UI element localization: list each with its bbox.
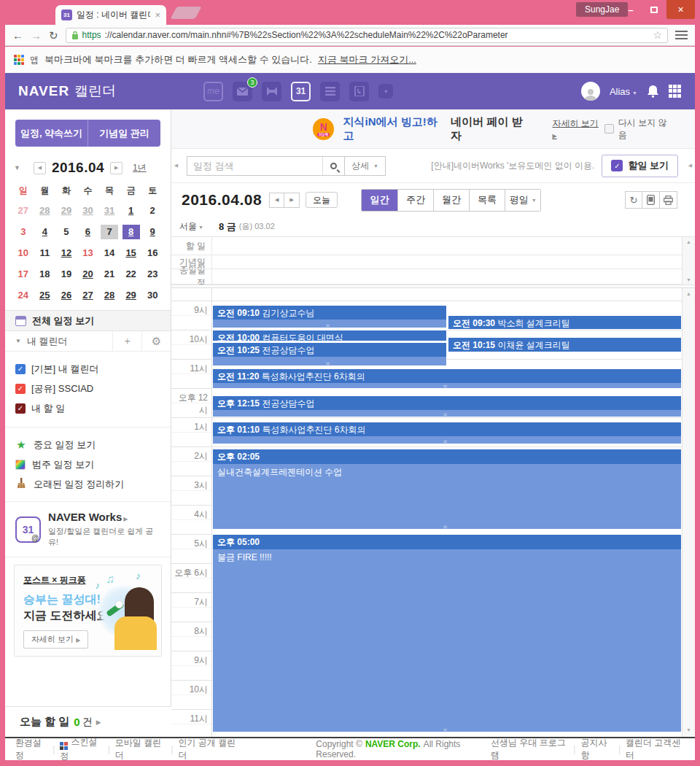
forward-button[interactable] bbox=[31, 30, 42, 41]
grid-scrollbar[interactable] bbox=[682, 288, 695, 737]
works-notice-text[interactable]: [안내]네이버Works '보유도메인 없이 이용. bbox=[431, 160, 594, 172]
footer-link-left-1[interactable]: 스킨설정 bbox=[60, 736, 102, 762]
minical-day[interactable]: 17 bbox=[15, 267, 32, 282]
search-button[interactable] bbox=[322, 157, 344, 175]
scroll-up-icon[interactable] bbox=[686, 239, 691, 244]
search-input[interactable] bbox=[187, 157, 322, 175]
tab-close-icon[interactable] bbox=[155, 10, 160, 20]
minical-day[interactable]: 4 bbox=[36, 225, 53, 239]
minical-day[interactable]: 21 bbox=[101, 267, 118, 282]
minical-day[interactable]: 2 bbox=[144, 204, 161, 218]
minical-day[interactable]: 18 bbox=[36, 267, 53, 282]
today-button[interactable]: 오늘 bbox=[306, 192, 338, 208]
contacts-icon[interactable] bbox=[349, 82, 369, 101]
group-title[interactable]: 내 캘린더 bbox=[21, 335, 112, 348]
footer-link-left-2[interactable]: 모바일 캘린더 bbox=[115, 737, 166, 762]
gift-bow-icon[interactable] bbox=[262, 82, 281, 101]
window-minimize-button[interactable] bbox=[620, 0, 642, 19]
window-maximize-button[interactable] bbox=[643, 0, 665, 19]
promo-banner[interactable]: 포스트 × 핑크퐁 승부는 꿀성대! 지금 도전하세요! 자세히 보기 bbox=[14, 565, 162, 657]
todo-view-button[interactable]: 할일 보기 bbox=[602, 155, 678, 177]
allday-row-cell[interactable] bbox=[211, 255, 682, 268]
sidebar-collapse-handle[interactable] bbox=[171, 152, 181, 179]
naver-logo[interactable]: NAVER bbox=[18, 83, 69, 99]
minical-day[interactable]: 6 bbox=[79, 225, 96, 239]
today-todo-summary[interactable]: 오늘 할 일 0 건 bbox=[5, 706, 171, 737]
bookmark-star-icon[interactable] bbox=[653, 29, 662, 41]
calendar-icon[interactable]: 31 bbox=[291, 82, 311, 101]
resize-handle-icon[interactable]: = bbox=[326, 361, 330, 366]
memo-list-icon[interactable] bbox=[320, 82, 340, 101]
calendar-checkbox[interactable] bbox=[15, 384, 26, 394]
refresh-button[interactable] bbox=[625, 191, 642, 209]
resize-handle-icon[interactable]: = bbox=[326, 323, 330, 328]
resize-handle-icon[interactable]: = bbox=[443, 412, 447, 417]
minical-day[interactable]: 10 bbox=[15, 246, 32, 260]
dismiss-checkbox[interactable] bbox=[604, 124, 614, 134]
prev-day-button[interactable] bbox=[269, 193, 284, 208]
view-tab-월간[interactable]: 월간 bbox=[433, 190, 469, 211]
add-calendar-button[interactable] bbox=[112, 331, 141, 351]
sidebar-menu-item[interactable]: 중요 일정 보기 bbox=[15, 435, 160, 454]
event-block[interactable]: 오후 05:00불금 FIRE !!!!!= bbox=[212, 534, 682, 733]
event-block[interactable]: 오전 10:00 컴퓨터도움이 대면식 bbox=[212, 330, 447, 341]
me-icon[interactable]: me bbox=[203, 82, 223, 101]
event-block[interactable]: 오전 09:10 김기상교수님= bbox=[212, 305, 447, 328]
resize-handle-icon[interactable]: = bbox=[443, 727, 447, 732]
minical-day[interactable]: 16 bbox=[144, 246, 161, 260]
apps-grid-icon[interactable] bbox=[14, 55, 24, 65]
day-label[interactable]: 8 금 bbox=[219, 220, 236, 233]
allday-row-cell[interactable] bbox=[211, 269, 682, 284]
collapse-icon[interactable] bbox=[15, 338, 21, 344]
service-name[interactable]: 캘린더 bbox=[74, 82, 116, 101]
print-button[interactable] bbox=[660, 191, 677, 209]
minical-day[interactable]: 24 bbox=[15, 288, 32, 303]
calendar-checkbox[interactable] bbox=[15, 364, 26, 374]
event-block[interactable]: 오후 12:15 전공상담수업= bbox=[212, 395, 682, 417]
mobile-view-button[interactable] bbox=[642, 191, 660, 209]
minical-day[interactable]: 31 bbox=[101, 204, 118, 218]
minical-day[interactable]: 19 bbox=[58, 267, 75, 282]
calendar-checkbox[interactable] bbox=[15, 403, 26, 414]
scroll-down-icon[interactable] bbox=[686, 277, 691, 282]
calendar-item[interactable]: [공유] SSCIAD bbox=[15, 379, 160, 398]
reload-button[interactable] bbox=[49, 30, 58, 41]
window-close-button[interactable] bbox=[666, 0, 695, 19]
minical-day[interactable]: 29 bbox=[58, 204, 75, 218]
footer-link-right-1[interactable]: 공지사항 bbox=[580, 737, 613, 762]
minical-day[interactable]: 22 bbox=[122, 267, 140, 282]
view-tab-목록[interactable]: 목록 bbox=[469, 190, 505, 211]
scroll-down-icon[interactable] bbox=[686, 727, 691, 732]
minical-day[interactable]: 11 bbox=[36, 246, 53, 260]
next-day-button[interactable] bbox=[284, 193, 300, 208]
view-all-schedules[interactable]: 전체 일정 보기 bbox=[5, 310, 171, 331]
prev-month-button[interactable] bbox=[34, 162, 46, 174]
write-schedule-button[interactable]: 일정, 약속쓰기 bbox=[15, 120, 88, 147]
promo-more-button[interactable]: 자세히 보기 bbox=[23, 630, 88, 649]
event-block[interactable]: 오전 10:25 전공상담수업= bbox=[212, 342, 447, 366]
minical-day[interactable]: 8 bbox=[122, 225, 140, 239]
minical-day[interactable]: 23 bbox=[144, 267, 161, 282]
new-tab-button[interactable] bbox=[170, 7, 201, 19]
anniversary-manage-button[interactable]: 기념일 관리 bbox=[88, 120, 160, 147]
more-services-icon[interactable] bbox=[378, 84, 393, 98]
minical-day[interactable]: 13 bbox=[79, 246, 96, 260]
user-menu[interactable]: Alias bbox=[610, 86, 637, 97]
year-view-link[interactable]: 1년 bbox=[133, 162, 147, 174]
next-month-button[interactable] bbox=[110, 162, 122, 174]
avatar[interactable] bbox=[581, 82, 600, 101]
resize-handle-icon[interactable]: = bbox=[443, 525, 447, 530]
event-block[interactable]: 오전 09:30 박소희 설계크리틸 bbox=[448, 315, 682, 330]
minical-day[interactable]: 30 bbox=[79, 204, 96, 218]
notice-more-link[interactable]: 자세히 보기 bbox=[552, 117, 604, 140]
resize-handle-icon[interactable]: = bbox=[443, 439, 447, 444]
minical-day[interactable]: 27 bbox=[15, 204, 32, 218]
event-block[interactable]: 오전 11:20 특성화사업추진단 6차회의= bbox=[212, 368, 682, 389]
sidebar-menu-item[interactable]: 오래된 일정 정리하기 bbox=[15, 474, 160, 494]
scroll-up-icon[interactable] bbox=[686, 291, 691, 296]
minical-day[interactable]: 27 bbox=[79, 288, 96, 303]
view-tab-평일[interactable]: 평일 bbox=[505, 190, 540, 211]
apps-label[interactable]: 앱 bbox=[30, 54, 39, 66]
view-tab-일간[interactable]: 일간 bbox=[362, 190, 397, 211]
address-bar[interactable]: https ://calendar.naver.com/main.nhn#%7B… bbox=[66, 28, 668, 43]
